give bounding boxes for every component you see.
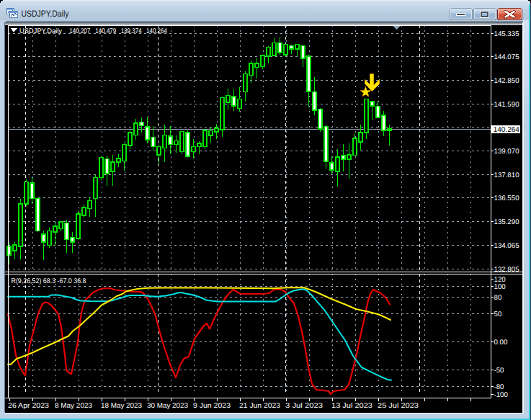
svg-text:-100: -100: [494, 391, 509, 399]
svg-text:144.075: 144.075: [494, 53, 519, 61]
svg-text:50: 50: [494, 310, 502, 318]
svg-text:30 May 2023: 30 May 2023: [147, 402, 188, 410]
svg-text:140.264: 140.264: [146, 27, 167, 35]
svg-text:-80: -80: [494, 383, 505, 391]
svg-text:USDJPY,Daily: USDJPY,Daily: [19, 27, 62, 35]
svg-text:139.374: 139.374: [121, 27, 142, 35]
svg-text:26 Apr 2023: 26 Apr 2023: [8, 402, 49, 410]
svg-text:8 May 2023: 8 May 2023: [55, 402, 92, 410]
svg-text:139.070: 139.070: [494, 148, 520, 156]
svg-text:21 Jun 2023: 21 Jun 2023: [239, 402, 280, 410]
svg-text:140.207: 140.207: [69, 27, 90, 35]
svg-text:3 Jul 2023: 3 Jul 2023: [285, 402, 323, 410]
svg-text:80: 80: [494, 294, 502, 302]
svg-text:136.550: 136.550: [494, 195, 520, 202]
svg-text:USDJPY,Daily: USDJPY,Daily: [22, 9, 70, 19]
svg-text:137.810: 137.810: [494, 171, 520, 179]
svg-text:9 Jun 2023: 9 Jun 2023: [193, 402, 231, 410]
svg-text:R(9,26,52) 68.3 -67.0 36.8: R(9,26,52) 68.3 -67.0 36.8: [12, 277, 86, 285]
svg-text:-50: -50: [494, 367, 505, 375]
svg-text:145.335: 145.335: [494, 30, 519, 38]
svg-text:141.590: 141.590: [494, 101, 520, 109]
svg-text:142.850: 142.850: [494, 77, 520, 85]
svg-text:132.805: 132.805: [494, 266, 519, 274]
svg-text:13 Jul 2023: 13 Jul 2023: [331, 402, 372, 410]
svg-text:25 Jul 2023: 25 Jul 2023: [378, 402, 419, 410]
svg-text:0.00: 0.00: [494, 339, 508, 347]
svg-text:135.290: 135.290: [494, 218, 520, 226]
svg-text:100: 100: [494, 283, 507, 291]
svg-text:18 May 2023: 18 May 2023: [101, 402, 142, 410]
svg-text:140.264: 140.264: [494, 126, 520, 134]
svg-text:134.065: 134.065: [494, 242, 519, 250]
svg-text:140.479: 140.479: [95, 27, 116, 35]
